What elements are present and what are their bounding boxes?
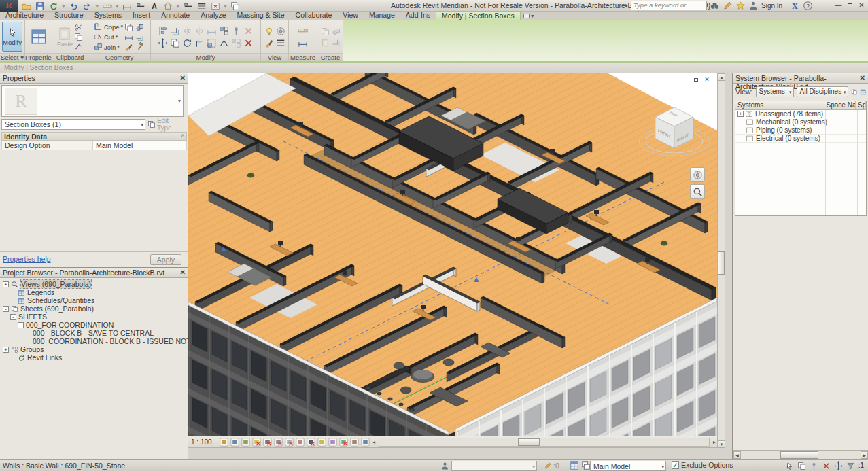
delete-icon[interactable]	[243, 38, 254, 48]
column-header-space-name[interactable]: Space Name	[824, 101, 856, 109]
hscroll-right-arrow[interactable]: ▸	[713, 439, 716, 445]
tab-systems[interactable]: Systems	[89, 11, 127, 20]
array-icon[interactable]	[219, 26, 229, 36]
properties-close-icon[interactable]: ✕	[180, 74, 186, 82]
column-header-systems[interactable]: Systems	[735, 101, 824, 109]
tree-item-sheets[interactable]: -SHEETS	[0, 313, 188, 321]
cut-clipboard-icon[interactable]	[74, 23, 83, 32]
qat-dropdown-icon[interactable]: ▾	[116, 3, 119, 10]
system-row-label[interactable]: Electrical (0 systems)	[756, 135, 820, 142]
infocenter-chevron-icon[interactable]: ▸	[625, 2, 628, 8]
tab-manage[interactable]: Manage	[364, 11, 400, 20]
edit-type-button[interactable]: Edit Type	[147, 119, 185, 130]
tree-item-label[interactable]: Groups	[20, 345, 44, 353]
view-close-icon[interactable]: ✕	[702, 76, 712, 84]
undo-icon[interactable]	[68, 1, 80, 11]
paint-icon[interactable]	[124, 42, 133, 51]
measure-between-icon[interactable]	[298, 25, 308, 35]
horizontal-scroll-thumb[interactable]	[518, 438, 540, 446]
join-button[interactable]: Join▾	[93, 42, 123, 52]
tree-item-legends[interactable]: Legends	[0, 288, 188, 296]
section-icon[interactable]	[182, 1, 194, 11]
tab-insert[interactable]: Insert	[127, 11, 156, 20]
thin-lines-icon[interactable]	[196, 1, 207, 11]
restore-button[interactable]	[845, 1, 855, 10]
vertical-scrollbar[interactable]: ▲ ▼	[717, 73, 725, 448]
steering-wheel-icon[interactable]	[690, 167, 705, 182]
design-option-value[interactable]: Main Model	[93, 141, 186, 150]
panel-label-measure[interactable]: Measure	[289, 53, 317, 61]
horizontal-scrollbar[interactable]	[379, 438, 710, 447]
discipline-combo[interactable]: All Disciplines▾	[797, 86, 848, 97]
worksharing-display-icon[interactable]	[360, 437, 370, 447]
pin-icon[interactable]	[231, 26, 241, 36]
tree-item-label[interactable]: Revit Links	[27, 353, 62, 362]
tree-item-schedules-quantities[interactable]: Schedules/Quantities	[0, 296, 188, 304]
tree-item-000-for-coordination[interactable]: -000_FOR COORDINATION	[0, 321, 188, 329]
tree-item-label[interactable]: Views (690_Parabola)	[20, 279, 92, 289]
aligned-dimension-icon[interactable]	[298, 38, 308, 48]
properties-button[interactable]	[30, 28, 48, 46]
create-group-icon[interactable]	[321, 27, 330, 36]
system-browser-header[interactable]: System Browser - Parabolla-Architecture-…	[733, 73, 868, 84]
column-settings-icon[interactable]	[860, 88, 866, 97]
open-icon[interactable]	[20, 1, 32, 11]
apply-button[interactable]: Apply	[150, 254, 181, 265]
select-by-face-icon[interactable]	[822, 461, 831, 470]
system-row-electrical-0-systems[interactable]: Electrical (0 systems)	[735, 135, 866, 143]
trim-icon[interactable]	[194, 38, 205, 48]
tab-massing-site[interactable]: Massing & Site	[232, 11, 290, 20]
system-row-label[interactable]: Mechanical (0 systems)	[756, 118, 827, 126]
cutaway-icon[interactable]	[276, 38, 285, 48]
column-header-sp[interactable]: Sp	[856, 101, 866, 109]
tree-item-label[interactable]: 000 - BLOCK B - SAVE TO CENTRAL	[33, 329, 154, 337]
sb-scroll-left-arrow[interactable]: ◀	[733, 451, 741, 459]
create-similar-icon[interactable]	[332, 38, 341, 47]
vertical-scroll-thumb[interactable]	[718, 251, 725, 275]
tree-item-label[interactable]: Legends	[27, 288, 54, 296]
tree-item-groups[interactable]: +Groups	[0, 345, 188, 353]
modify-tool-button[interactable]: Modify	[2, 22, 22, 52]
system-row-piping-0-systems-[interactable]: Piping (0 systems)	[735, 126, 866, 135]
cut-button[interactable]: Cut▾	[93, 32, 123, 41]
mirror-line-icon[interactable]	[194, 26, 205, 36]
qat-dropdown-icon[interactable]: ▾	[62, 3, 65, 10]
close-button[interactable]: ✕	[856, 1, 867, 10]
tab-structure[interactable]: Structure	[49, 11, 89, 20]
collapse-icon[interactable]: -	[18, 322, 24, 328]
temporary-view-icon[interactable]	[328, 437, 338, 447]
tab-annotate[interactable]: Annotate	[156, 11, 195, 20]
system-row-mechanical-0-systems[interactable]: Mechanical (0 systems)	[735, 118, 866, 126]
default-3d-view-icon[interactable]	[162, 1, 174, 11]
panel-label-properties[interactable]: Properties	[25, 53, 52, 61]
redo-icon[interactable]	[82, 1, 93, 11]
design-options-dialog-icon[interactable]	[581, 461, 591, 470]
shadows-icon[interactable]	[262, 437, 273, 447]
select-pinned-icon[interactable]	[810, 461, 818, 470]
system-row-label[interactable]: Piping (0 systems)	[756, 126, 812, 134]
panel-label-view[interactable]: View	[261, 53, 288, 61]
tag-icon[interactable]	[135, 1, 147, 11]
ribbon-display-toggle[interactable]: ▾	[521, 12, 537, 20]
zoom-tool-icon[interactable]	[690, 184, 705, 199]
extend-icon[interactable]	[207, 26, 217, 36]
filter-icon[interactable]	[846, 461, 855, 470]
switch-windows-icon[interactable]	[230, 1, 241, 11]
analytical-model-icon[interactable]	[338, 437, 349, 447]
reveal-hidden-icon[interactable]	[317, 437, 327, 447]
scroll-up-arrow[interactable]: ▲	[718, 73, 725, 81]
tab-architecture[interactable]: Architecture	[0, 11, 49, 20]
offset-icon[interactable]	[170, 26, 180, 36]
minimize-button[interactable]: —	[833, 1, 844, 10]
tree-item-label[interactable]: 000_FOR COORDINATION	[26, 321, 114, 329]
tree-item-label[interactable]: Sheets (690_Parabola)	[20, 304, 94, 313]
type-preview-dropdown-icon[interactable]: ▾	[178, 98, 181, 104]
qat-dropdown-icon[interactable]: ▾	[224, 3, 227, 10]
tree-item-views-690-parabola-[interactable]: +Views (690_Parabola)	[0, 280, 188, 288]
communication-center-icon[interactable]	[710, 1, 720, 11]
sign-in-person-icon[interactable]	[748, 1, 759, 11]
panel-label-modify[interactable]: Modify	[151, 53, 260, 61]
expand-icon[interactable]: +	[3, 281, 9, 287]
constraints-icon[interactable]	[349, 437, 360, 447]
sb-scroll-right-arrow[interactable]: ▶	[861, 451, 868, 459]
